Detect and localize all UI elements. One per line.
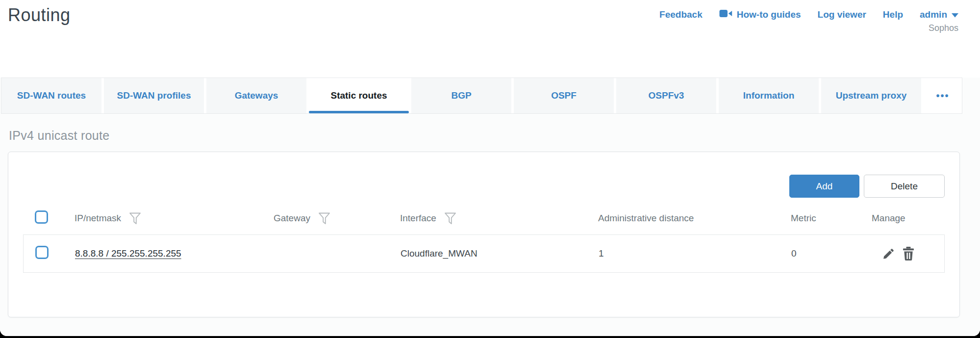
ellipsis-icon: •••	[936, 90, 949, 102]
log-viewer-link[interactable]: Log viewer	[818, 9, 866, 20]
tab-gateways[interactable]: Gateways	[206, 78, 306, 113]
table-actions: Add Delete	[23, 175, 945, 198]
page-header: Routing Feedback How-to guides Log	[0, 0, 980, 78]
ip-netmask-link[interactable]: 8.8.8.8 / 255.255.255.255	[75, 248, 181, 259]
section-title: IPv4 unicast route	[8, 114, 960, 143]
header-checkbox-cell	[23, 210, 75, 226]
cell-interface: Cloudflare_MWAN	[401, 248, 599, 259]
tab-upstream-proxy[interactable]: Upstream proxy	[821, 78, 921, 113]
header-links: Feedback How-to guides Log viewer Help	[659, 5, 958, 21]
trash-icon[interactable]	[902, 246, 915, 261]
main-content: IPv4 unicast route Add Delete IP/netmask	[0, 114, 980, 336]
tabbar-wrap: SD-WAN routes SD-WAN profiles Gateways S…	[0, 78, 980, 114]
row-checkbox-cell	[24, 246, 75, 261]
table-header: IP/netmask Gateway Interface	[23, 210, 945, 225]
cell-ip-netmask: 8.8.8.8 / 255.255.255.255	[75, 248, 274, 259]
help-link[interactable]: Help	[883, 9, 903, 20]
cell-manage	[872, 246, 944, 261]
caret-down-icon	[952, 9, 958, 20]
header-right: Feedback How-to guides Log viewer Help	[659, 5, 958, 33]
table-row: 8.8.8.8 / 255.255.255.255 Cloudflare_MWA…	[23, 234, 945, 273]
tab-bgp[interactable]: BGP	[411, 78, 511, 113]
cell-metric: 0	[791, 248, 872, 259]
org-label: Sophos	[929, 23, 958, 33]
howto-guides-link[interactable]: How-to guides	[719, 9, 801, 21]
delete-button[interactable]: Delete	[864, 175, 945, 198]
tab-ospf[interactable]: OSPF	[514, 78, 614, 113]
tabs-overflow-button[interactable]: •••	[924, 78, 962, 113]
tab-bar: SD-WAN routes SD-WAN profiles Gateways S…	[1, 78, 962, 114]
column-interface: Interface	[400, 212, 598, 225]
tab-sdwan-routes[interactable]: SD-WAN routes	[1, 78, 101, 113]
row-checkbox[interactable]	[35, 246, 49, 259]
filter-funnel-icon[interactable]	[129, 212, 141, 225]
filter-funnel-icon[interactable]	[444, 212, 456, 225]
select-all-checkbox[interactable]	[35, 210, 48, 224]
add-button[interactable]: Add	[789, 175, 859, 198]
column-ip-netmask: IP/netmask	[75, 212, 274, 225]
tab-sdwan-profiles[interactable]: SD-WAN profiles	[104, 78, 204, 113]
tab-information[interactable]: Information	[719, 78, 819, 113]
filter-funnel-icon[interactable]	[318, 212, 330, 225]
column-administrative-distance: Administrative distance	[598, 213, 791, 224]
column-metric: Metric	[791, 213, 872, 224]
page-title: Routing	[8, 5, 71, 26]
column-gateway: Gateway	[274, 212, 400, 225]
feedback-link[interactable]: Feedback	[659, 9, 703, 20]
user-menu-label: admin	[920, 9, 947, 20]
edit-pencil-icon[interactable]	[882, 247, 895, 260]
video-camera-icon	[719, 9, 732, 21]
user-menu[interactable]: admin	[920, 9, 958, 20]
routes-card: Add Delete IP/netmask Gateway	[8, 152, 960, 317]
column-manage: Manage	[872, 213, 945, 224]
app-window: Routing Feedback How-to guides Log	[0, 0, 980, 336]
cell-administrative-distance: 1	[599, 248, 791, 259]
tab-static-routes[interactable]: Static routes	[309, 78, 409, 113]
tab-ospfv3[interactable]: OSPFv3	[616, 78, 716, 113]
